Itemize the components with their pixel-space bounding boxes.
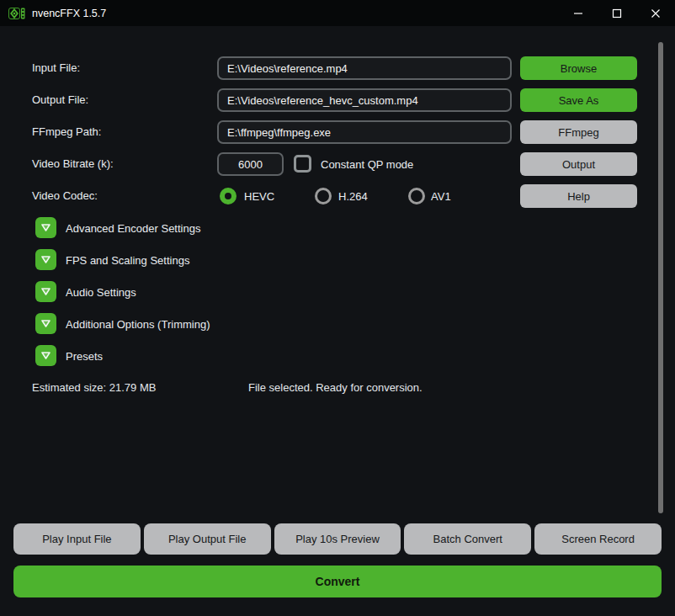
bitrate-label: Video Bitrate (k):: [32, 152, 114, 176]
titlebar: nvencFFX 1.5.7: [0, 0, 675, 26]
estimated-size-text: Estimated size: 21.79 MB: [32, 381, 156, 394]
advanced-encoder-settings-toggle[interactable]: [35, 217, 56, 238]
collapse-arrow-down-icon: [40, 351, 51, 360]
help-button[interactable]: Help: [520, 184, 637, 208]
codec-radio-hevc-label: HEVC: [244, 190, 274, 203]
codec-radio-av1[interactable]: [408, 188, 425, 204]
window-controls: [559, 0, 675, 26]
presets-toggle[interactable]: [35, 345, 56, 366]
maximize-icon: [612, 8, 622, 19]
input-file-label: Input File:: [32, 56, 80, 80]
maximize-button[interactable]: [598, 0, 636, 26]
batch-convert-button[interactable]: Batch Convert: [404, 523, 531, 555]
output-file-field[interactable]: [217, 88, 512, 112]
collapse-arrow-down-icon: [40, 319, 51, 328]
output-button[interactable]: Output: [520, 152, 637, 176]
vertical-scrollbar-thumb[interactable]: [658, 42, 663, 513]
minimize-button[interactable]: [559, 0, 598, 26]
play-10s-preview-button[interactable]: Play 10s Preview: [274, 523, 401, 555]
advanced-encoder-settings-label: Advanced Encoder Settings: [66, 222, 200, 235]
window-title: nvencFFX 1.5.7: [32, 8, 106, 19]
status-message: File selected. Ready for conversion.: [248, 381, 423, 394]
audio-settings-toggle[interactable]: [35, 281, 56, 302]
codec-radio-h264[interactable]: [315, 188, 332, 204]
presets-label: Presets: [66, 350, 103, 363]
bottom-button-bar: Play Input File Play Output File Play 10…: [13, 523, 662, 555]
bitrate-field[interactable]: [217, 152, 284, 176]
ffmpeg-path-field[interactable]: [217, 120, 512, 144]
output-file-label: Output File:: [32, 88, 88, 112]
play-input-file-button[interactable]: Play Input File: [13, 523, 141, 555]
minimize-icon: [573, 8, 583, 19]
app-logo-icon: [8, 7, 25, 20]
additional-options-toggle[interactable]: [35, 313, 56, 334]
convert-button[interactable]: Convert: [13, 566, 662, 597]
screen-record-button[interactable]: Screen Record: [534, 523, 662, 555]
ffmpeg-button[interactable]: FFmpeg: [520, 120, 637, 144]
fps-scaling-settings-toggle[interactable]: [35, 249, 56, 270]
constant-qp-checkbox[interactable]: [294, 155, 311, 173]
save-as-button[interactable]: Save As: [520, 88, 637, 112]
close-icon: [651, 8, 661, 19]
browse-button[interactable]: Browse: [520, 56, 637, 80]
app-window: nvencFFX 1.5.7 Input File: Browse Output…: [0, 0, 675, 616]
play-output-file-button[interactable]: Play Output File: [144, 523, 271, 555]
audio-settings-label: Audio Settings: [66, 286, 136, 299]
collapse-arrow-down-icon: [40, 255, 51, 264]
input-file-field[interactable]: [217, 56, 512, 80]
codec-radio-h264-label: H.264: [338, 190, 368, 203]
codec-radio-av1-label: AV1: [431, 190, 451, 203]
fps-scaling-settings-label: FPS and Scaling Settings: [66, 254, 189, 267]
additional-options-label: Additional Options (Trimming): [66, 318, 210, 331]
codec-label: Video Codec:: [32, 184, 98, 208]
constant-qp-label: Constant QP mode: [321, 158, 413, 171]
close-button[interactable]: [636, 0, 675, 26]
collapse-arrow-down-icon: [40, 287, 51, 296]
ffmpeg-path-label: FFmpeg Path:: [32, 120, 101, 144]
collapse-arrow-down-icon: [40, 223, 51, 232]
codec-radio-hevc[interactable]: [220, 188, 237, 204]
